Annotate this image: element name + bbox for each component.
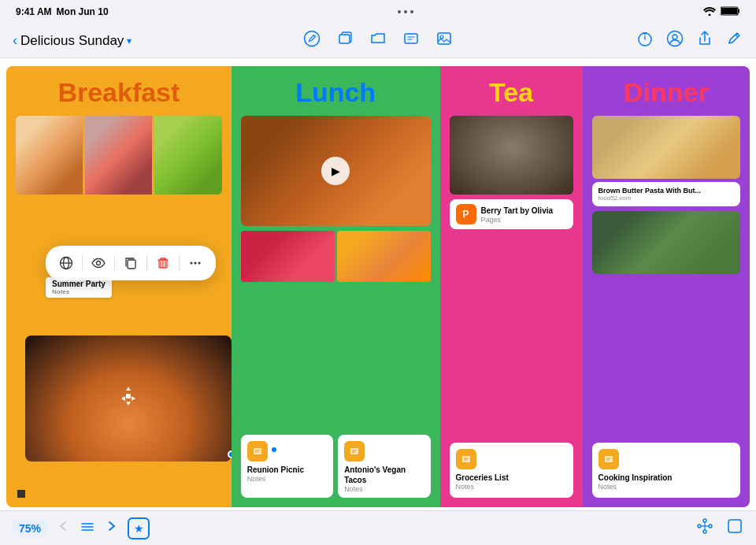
svg-rect-27 bbox=[462, 456, 470, 462]
berry-tart-card[interactable]: P Berry Tart by Olivia Pages bbox=[450, 199, 573, 229]
page-title[interactable]: Delicious Sunday bbox=[20, 33, 124, 49]
pages-icon: P bbox=[456, 204, 476, 224]
svg-point-10 bbox=[673, 35, 677, 39]
svg-point-3 bbox=[305, 32, 320, 46]
ctx-eye-icon[interactable] bbox=[86, 250, 111, 276]
brown-butter-url: food52.com bbox=[598, 195, 734, 202]
nav-next-button[interactable] bbox=[104, 519, 118, 537]
star-icon: ★ bbox=[134, 522, 144, 535]
back-chevron-icon[interactable]: ‹ bbox=[13, 32, 17, 49]
dinner-img-1 bbox=[592, 116, 740, 179]
play-button[interactable]: ▶ bbox=[321, 157, 350, 185]
brown-butter-pasta-card[interactable]: Brown Butter Pasta With But... food52.co… bbox=[592, 182, 740, 206]
share-icon[interactable] bbox=[696, 30, 713, 51]
ctx-copy-icon[interactable] bbox=[118, 250, 143, 276]
groceries-title: Groceries List bbox=[456, 473, 567, 483]
cooking-inspiration-sub: Notes bbox=[598, 483, 734, 491]
context-menu bbox=[46, 246, 216, 280]
cooking-inspiration-title: Cooking Inspiration bbox=[598, 473, 734, 483]
zoom-label[interactable]: 75% bbox=[13, 520, 47, 537]
person-circle-icon[interactable] bbox=[666, 30, 684, 51]
dropdown-arrow-icon[interactable]: ▾ bbox=[127, 35, 132, 46]
svg-point-38 bbox=[709, 525, 712, 528]
move-icon bbox=[116, 384, 141, 414]
square-icon[interactable] bbox=[726, 517, 743, 539]
pencil-circle-icon[interactable] bbox=[303, 30, 321, 51]
ctx-divider-2 bbox=[114, 255, 115, 271]
col-breakfast: Breakfast bbox=[6, 66, 232, 507]
square-stack-icon[interactable] bbox=[336, 30, 354, 51]
photo-icon[interactable] bbox=[435, 30, 453, 51]
reunion-picnic-sub: Notes bbox=[247, 475, 327, 483]
dot2 bbox=[404, 10, 407, 13]
list-icon[interactable] bbox=[80, 520, 94, 537]
pages-icon-symbol: P bbox=[463, 209, 469, 220]
lunch-mini-images bbox=[241, 231, 431, 282]
breakfast-title: Breakfast bbox=[16, 77, 222, 108]
svg-rect-5 bbox=[405, 34, 417, 43]
diagram-icon[interactable] bbox=[696, 517, 713, 539]
svg-rect-6 bbox=[438, 33, 450, 44]
lunch-mini-img-2 bbox=[337, 231, 431, 282]
svg-point-37 bbox=[703, 519, 706, 522]
reunion-picnic-icon bbox=[247, 441, 268, 462]
nav-prev-button[interactable] bbox=[57, 519, 71, 537]
berry-tart-title: Berry Tart by Olivia bbox=[481, 206, 554, 216]
star-button[interactable]: ★ bbox=[128, 517, 150, 539]
svg-rect-2 bbox=[738, 9, 739, 13]
col-dinner: Dinner Brown Butter Pasta With But... fo… bbox=[583, 66, 750, 507]
dinner-title: Dinner bbox=[592, 77, 740, 108]
col-tea: Tea P Berry Tart by Olivia Pages bbox=[440, 66, 583, 507]
svg-point-20 bbox=[198, 262, 201, 265]
svg-rect-16 bbox=[128, 260, 135, 269]
bottom-bar: 75% ★ bbox=[0, 510, 756, 545]
antonios-vegan-tacos-card[interactable]: Antonio's Vegan Tacos Notes bbox=[338, 435, 430, 498]
svg-point-39 bbox=[703, 530, 706, 533]
svg-point-36 bbox=[698, 525, 701, 528]
status-bar-right bbox=[703, 6, 740, 18]
antonios-vegan-title: Antonio's Vegan Tacos bbox=[344, 465, 424, 485]
edit-icon[interactable] bbox=[726, 30, 743, 51]
bottom-left: 75% ★ bbox=[13, 517, 150, 539]
board: Breakfast bbox=[6, 66, 750, 507]
toolbar: ‹ Delicious Sunday ▾ bbox=[0, 24, 756, 58]
ctx-globe-icon[interactable] bbox=[54, 250, 79, 276]
tea-img-inner bbox=[450, 116, 573, 195]
dot1 bbox=[398, 10, 401, 13]
ctx-delete-icon[interactable] bbox=[150, 250, 176, 276]
ctx-divider-4 bbox=[179, 255, 180, 271]
berry-tart-sub: Pages bbox=[481, 216, 554, 224]
blue-dot-col1[interactable] bbox=[270, 446, 278, 454]
status-bar: 9:41 AM Mon Jun 10 bbox=[0, 0, 756, 24]
reunion-picnic-card[interactable]: Reunion Picnic Notes bbox=[241, 435, 333, 498]
svg-rect-21 bbox=[254, 448, 261, 454]
bottom-right bbox=[696, 517, 743, 539]
ctx-more-icon[interactable] bbox=[183, 250, 208, 276]
pancake-photo[interactable] bbox=[25, 336, 232, 462]
groceries-icon bbox=[456, 449, 476, 469]
brown-butter-title: Brown Butter Pasta With But... bbox=[598, 187, 734, 195]
dinner-img-2 bbox=[592, 211, 740, 274]
text-box-icon[interactable] bbox=[402, 30, 420, 51]
summer-party-subtitle: Notes bbox=[52, 288, 106, 295]
tea-title: Tea bbox=[450, 77, 573, 108]
ctx-divider-3 bbox=[146, 255, 147, 271]
status-bar-center bbox=[398, 10, 413, 13]
groceries-card[interactable]: Groceries List Notes bbox=[450, 443, 573, 498]
breakfast-img-2 bbox=[85, 116, 152, 195]
cooking-inspiration-card[interactable]: Cooking Inspiration Notes bbox=[592, 443, 740, 498]
folder-icon[interactable] bbox=[369, 30, 387, 51]
toolbar-center bbox=[195, 30, 561, 51]
lunch-video[interactable]: ▶ bbox=[241, 116, 431, 226]
wifi-icon bbox=[703, 6, 716, 18]
groceries-sub: Notes bbox=[456, 483, 567, 491]
svg-point-18 bbox=[191, 262, 193, 265]
col-lunch: Lunch ▶ bbox=[232, 66, 440, 507]
svg-rect-4 bbox=[339, 35, 350, 43]
svg-point-15 bbox=[97, 261, 101, 265]
timer-icon[interactable] bbox=[636, 30, 654, 51]
antonios-vegan-icon bbox=[344, 441, 365, 462]
canvas-area: Breakfast bbox=[0, 58, 756, 510]
lunch-note-cards: Reunion Picnic Notes Antonio's Vegan Tac… bbox=[241, 435, 431, 498]
lunch-mini-img-1 bbox=[241, 231, 335, 282]
